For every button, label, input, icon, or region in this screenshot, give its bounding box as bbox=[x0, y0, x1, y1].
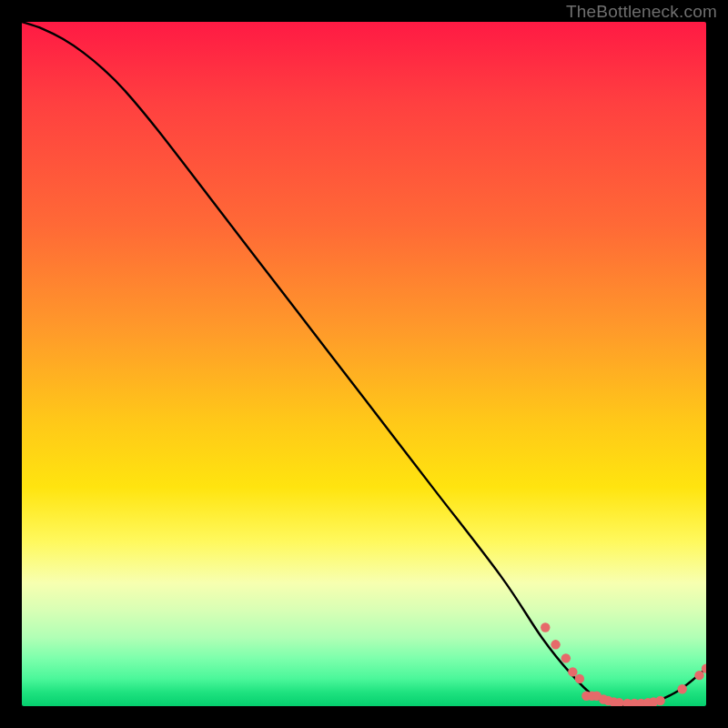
data-point bbox=[575, 674, 584, 683]
plot-area bbox=[22, 22, 706, 706]
data-point bbox=[677, 684, 686, 693]
data-point bbox=[655, 696, 664, 705]
data-points bbox=[541, 622, 706, 706]
data-point bbox=[561, 653, 571, 662]
bottleneck-curve bbox=[22, 22, 706, 705]
data-point bbox=[694, 671, 703, 680]
chart-svg bbox=[22, 22, 706, 706]
data-point bbox=[551, 640, 560, 649]
chart-frame: TheBottleneck.com bbox=[0, 0, 728, 728]
data-point bbox=[568, 667, 577, 676]
data-point bbox=[541, 622, 550, 632]
watermark-label: TheBottleneck.com bbox=[566, 2, 717, 22]
